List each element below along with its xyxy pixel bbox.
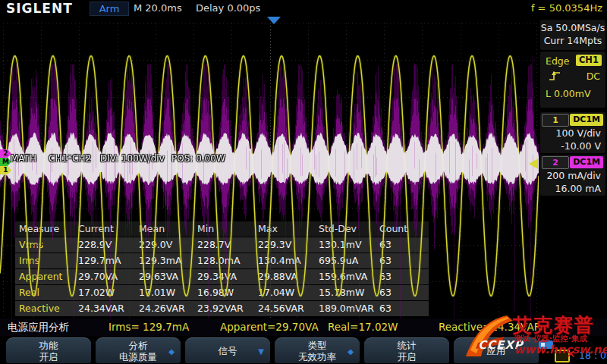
printer-error-icon: ✕ [566,347,576,361]
measure-col-header: Measure [19,221,59,237]
button-label: 统计 [398,340,417,351]
memory-depth: Curr 14Mpts [540,34,605,47]
measure-value: 128.0mA [197,253,241,268]
measure-value: 130.4mA [258,253,301,268]
timebase-readout[interactable]: M 20.0ms [134,2,182,14]
measure-row-label: Apparent [19,269,62,284]
statistics-button[interactable]: 统计 开启 [364,337,449,363]
function-button[interactable]: 功能 开启 [6,337,91,363]
measure-row-label: Vrms [19,237,43,253]
measure-value: 229.0V [139,237,172,253]
measure-value: 130.1mV [319,237,362,253]
usb-icon [539,340,553,349]
trigger-source-badge: CH1 [576,55,602,66]
math-label: MATH [11,153,36,164]
apply-button[interactable]: 应用 [454,337,539,363]
measure-row-label: Reactive [19,301,60,316]
trigger-panel[interactable]: Edge CH1 DC L 0.00mV [540,52,605,108]
acquisition-info-panel: Sa 50.0MSa/s Curr 14Mpts [540,20,605,50]
measure-value: 17.01W [139,285,175,300]
softkey-menu: 功能 开启 分析 电源质量 ◆ 信号 ▼ 类型 无效功率 ◆ 统计 开启 应用 [0,337,607,364]
table-row: Apparent29.70VA29.63VA29.34VA29.88VA159.… [15,269,429,284]
trigger-position-icon[interactable] [267,17,281,24]
measure-col-header: Mean [139,221,165,237]
status-apparent: Apparent=29.70VA [220,321,319,333]
measure-value: 29.63VA [139,269,178,284]
measure-row-label: Real [19,285,39,300]
trigger-level-icon[interactable] [529,158,538,169]
signal-button[interactable]: 信号 ▼ [185,337,270,363]
sample-rate: Sa 50.0MSa/s [540,21,605,34]
channel1-scale: 100 V/div [556,127,601,139]
measure-value: 159.6mVA [319,269,367,284]
button-label: 类型 [308,340,327,351]
measure-row-label: Irms [19,253,39,268]
status-irms: Irms= 129.7mA [109,321,189,333]
status-reactive: Reactive=24.34VAR [439,321,541,333]
menu-diamond-icon: ◆ [168,346,175,357]
channel1-badge[interactable]: 1 [542,114,569,127]
measure-value: 29.70VA [78,269,118,284]
measure-value: 228.7V [197,237,231,253]
measure-value: 63 [379,237,392,253]
measure-value: 23.92VAR [197,301,244,316]
ch1-ground-marker[interactable]: 1 [0,166,11,174]
math-scale: DIV: 100W/div [100,153,165,164]
channel2-offset: 16.00 mA [555,183,602,194]
measure-value: 63 [379,285,392,300]
measure-value: 17.04W [258,285,294,300]
channel1-coupling-badge: DC1M [570,114,603,126]
analysis-button[interactable]: 分析 电源质量 ◆ [96,337,181,363]
table-row: Irms129.7mA129.3mA128.0mA130.4mA695.9uA6… [15,253,429,268]
button-value: 开启 [39,351,58,362]
channel1-offset: -10.00 V [561,140,601,152]
channel2-panel[interactable]: 2 DC1M 200 mA/div 16.00 mA [540,155,605,196]
measure-value: 129.7mA [78,253,121,268]
acquisition-status-badge[interactable]: Arm [90,2,129,16]
button-value: 无效功率 [298,351,336,362]
frequency-counter: f = 50.0354Hz [531,2,602,14]
channel1-panel[interactable]: 1 DC1M 100 V/div -10.00 V [540,112,605,153]
clock: 18 : 05 [579,350,607,361]
analysis-title: 电源应用分析 [8,321,69,334]
channel2-badge[interactable]: 2 [542,156,569,169]
button-label: 应用 [487,345,506,356]
delay-readout[interactable]: Delay 0.00ps [196,2,260,14]
button-label: 信号 [219,345,237,356]
measure-col-header: Count [379,221,407,237]
status-bar: 电源应用分析 Irms= 129.7mA Apparent=29.70VA Re… [0,318,607,336]
measure-value: 63 [379,301,392,316]
measure-col-header: Std-Dev [319,221,357,237]
status-real: Real=17.02W [328,321,398,333]
rising-edge-icon [548,70,561,84]
ch2-ground-marker[interactable]: 2 [0,149,11,158]
menu-diamond-icon: ◆ [348,346,354,357]
measure-value: 63 [379,253,392,268]
button-label: 分析 [129,340,148,351]
measure-value: 189.0mVAR [319,301,374,316]
type-button[interactable]: 类型 无效功率 ◆ [275,337,360,363]
math-position: POS: 0.00W [171,153,225,164]
menu-down-arrow-icon: ▼ [258,346,264,357]
trigger-coupling: DC [587,71,600,82]
measure-value: 24.56VAR [258,301,304,316]
trigger-mode: Edge [546,55,569,67]
math-ground-marker[interactable]: M [0,158,11,166]
measure-value: 24.34VAR [78,301,124,316]
measure-value: 29.34VA [197,269,237,284]
channel2-coupling-badge: DC1M [570,156,603,168]
measure-value: 63 [379,269,392,284]
measure-value: 15.78mW [319,285,364,300]
measure-col-header: Max [258,221,278,237]
table-row: Real17.02W17.01W16.98W17.04W15.78mW63 [15,285,429,300]
measure-value: 229.3V [258,237,291,253]
measure-value: 24.26VAR [139,301,185,316]
measure-col-header: Min [197,221,214,237]
header-bar: SIGLENT Arm M 20.0ms Delay 0.00ps f = 50… [0,0,607,17]
button-label: 功能 [39,340,58,351]
measure-value: 695.9uA [319,253,358,268]
siglent-logo: SIGLENT [6,1,73,16]
math-expression: CH1*CH2 [49,153,91,164]
measure-col-header: Current [78,221,114,237]
measurement-table: MeasureCurrentMeanMinMaxStd-DevCountVrms… [15,221,429,318]
